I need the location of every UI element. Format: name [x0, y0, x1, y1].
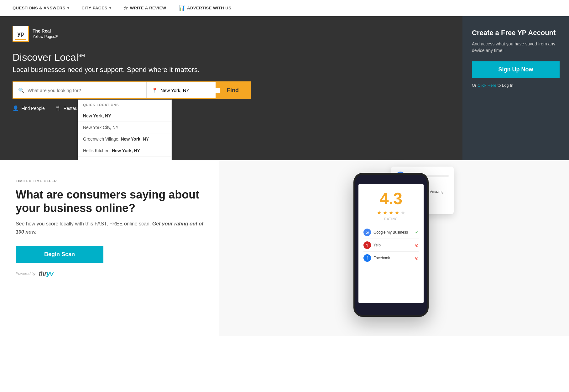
signup-button[interactable]: Sign Up Now [472, 61, 560, 78]
dropdown-item-3-prefix: Hell's Kitchen, [83, 148, 112, 153]
nav-item-qa[interactable]: QUESTIONS & ANSWERS ▾ [13, 6, 69, 10]
hero-left-content: yp The Real Yellow Pages® Discover Local… [0, 16, 462, 160]
offer-body-text: See how you score locally with this FAST… [16, 221, 152, 226]
hero-right-panel: Create a Free YP Account And access what… [462, 16, 569, 160]
dropdown-item-2-suffix: New York, NY [121, 137, 149, 142]
location-dropdown: QUICK LOCATIONS New York, NY New York Ci… [78, 100, 172, 160]
phone-star-1: ★ [377, 209, 382, 216]
phone-screen: 4.3 ★ ★ ★ ★ ★ RATING G Google My Busines… [358, 184, 424, 303]
offer-body: See how you score locally with this FAST… [16, 220, 204, 236]
dropdown-item-3-suffix: New York, NY [112, 148, 140, 153]
powered-prefix: Powered by [16, 271, 35, 276]
nav-label-review: WRITE A REVIEW [130, 6, 166, 10]
phone-star-5: ★ [400, 209, 405, 216]
facebook-icon: f [363, 254, 371, 262]
phone-stars: ★ ★ ★ ★ ★ [363, 209, 419, 216]
hero-section: yp The Real Yellow Pages® Discover Local… [0, 16, 569, 160]
lower-right-content: G ★ ★ ★ ★ ★ Everything was great! Amazin… [219, 160, 569, 336]
dropdown-header: QUICK LOCATIONS [78, 100, 171, 110]
deny-icon-yelp: ⊘ [415, 243, 419, 248]
hero-headline: Discover LocalSM [13, 51, 450, 63]
panel-subtitle: And access what you have saved from any … [472, 41, 560, 54]
lower-section: LIMITED TIME OFFER What are consumers sa… [0, 160, 569, 336]
find-button[interactable]: Find [216, 82, 250, 98]
biz-row-facebook: f Facebook ⊘ [363, 251, 419, 264]
powered-by: Powered by thryv [16, 270, 204, 277]
chart-icon: 📊 [179, 5, 185, 11]
rating-number: 4.3 [363, 189, 419, 208]
deny-icon-facebook: ⊘ [415, 255, 419, 260]
chevron-down-icon: ▾ [67, 6, 69, 10]
location-icon: 📍 [152, 87, 158, 93]
thryv-logo: thryv [39, 270, 53, 277]
biz-row-yelp: Y Yelp ⊘ [363, 239, 419, 251]
chevron-down-icon: ▾ [109, 6, 111, 10]
phone-star-3: ★ [389, 209, 394, 216]
person-icon: 👤 [13, 105, 19, 111]
dropdown-item-1[interactable]: New York City, NY [78, 122, 171, 133]
nav-item-review[interactable]: ☆ WRITE A REVIEW [123, 5, 166, 11]
nav-label-advertise: ADVERTISE WITH US [187, 6, 231, 10]
yp-logo-line1: The Real [33, 28, 58, 34]
panel-login-text: Or Click Here to Log In [472, 83, 513, 88]
dropdown-item-3[interactable]: Hell's Kitchen, New York, NY [78, 145, 171, 157]
yp-badge: yp [13, 26, 29, 42]
hero-subheadline: Local businesses need your support. Spen… [13, 66, 450, 74]
dropdown-item-1-label: New York City, NY [83, 125, 118, 130]
phone-star-2: ★ [383, 209, 388, 216]
phone-star-4: ★ [394, 209, 399, 216]
nav-label-qa: QUESTIONS & ANSWERS [13, 6, 65, 10]
phone-rating-label: RATING [363, 217, 419, 221]
search-bar: 🔍 📍 QUICK LOCATIONS New York, NY New Yor… [13, 81, 251, 99]
panel-title: Create a Free YP Account [472, 29, 556, 37]
login-link[interactable]: Click Here [478, 83, 496, 88]
dropdown-item-4[interactable]: Ocean Parkway, New York, NY [78, 157, 171, 160]
dropdown-item-0-label: New York, NY [83, 113, 111, 118]
biz-row-google: G Google My Business ✓ [363, 226, 419, 239]
biz-name-google: Google My Business [373, 230, 412, 235]
dropdown-item-2[interactable]: Greenwich Village, New York, NY [78, 133, 171, 145]
biz-name-yelp: Yelp [373, 243, 412, 247]
fork-icon: 🍴 [55, 105, 61, 111]
google-icon: G [363, 229, 371, 236]
begin-scan-button[interactable]: Begin Scan [16, 246, 103, 263]
location-input[interactable] [160, 88, 220, 93]
search-icon: 🔍 [18, 87, 24, 93]
nav-item-city[interactable]: CITY PAGES ▾ [81, 6, 111, 10]
dropdown-item-4-prefix: Ocean Parkway, [83, 160, 116, 160]
biz-name-facebook: Facebook [373, 256, 412, 260]
dropdown-item-0[interactable]: New York, NY [78, 110, 171, 122]
phone-outer: 4.3 ★ ★ ★ ★ ★ RATING G Google My Busines… [353, 173, 429, 317]
yp-logo-line2: Yellow Pages® [33, 34, 58, 39]
search-what-container: 🔍 [13, 82, 147, 98]
search-what-input[interactable] [28, 88, 141, 93]
dropdown-item-4-suffix: New York, NY [116, 160, 144, 160]
offer-label: LIMITED TIME OFFER [16, 179, 204, 183]
quick-link-people[interactable]: 👤 Find People [13, 105, 45, 111]
nav-label-city: CITY PAGES [81, 6, 107, 10]
top-navigation: QUESTIONS & ANSWERS ▾ CITY PAGES ▾ ☆ WRI… [0, 0, 569, 16]
offer-headline: What are consumers saying about your bus… [16, 188, 204, 215]
yelp-icon: Y [363, 241, 371, 249]
quick-link-people-label: Find People [21, 106, 45, 111]
yp-logo[interactable]: yp The Real Yellow Pages® [13, 26, 450, 42]
star-icon: ☆ [123, 5, 128, 11]
phone-mockup: G ★ ★ ★ ★ ★ Everything was great! Amazin… [353, 173, 435, 323]
check-icon: ✓ [415, 230, 419, 235]
search-where-container: 📍 [147, 87, 216, 93]
lower-left-content: LIMITED TIME OFFER What are consumers sa… [0, 160, 219, 336]
dropdown-item-2-prefix: Greenwich Village, [83, 137, 121, 142]
nav-item-advertise[interactable]: 📊 ADVERTISE WITH US [179, 5, 232, 11]
